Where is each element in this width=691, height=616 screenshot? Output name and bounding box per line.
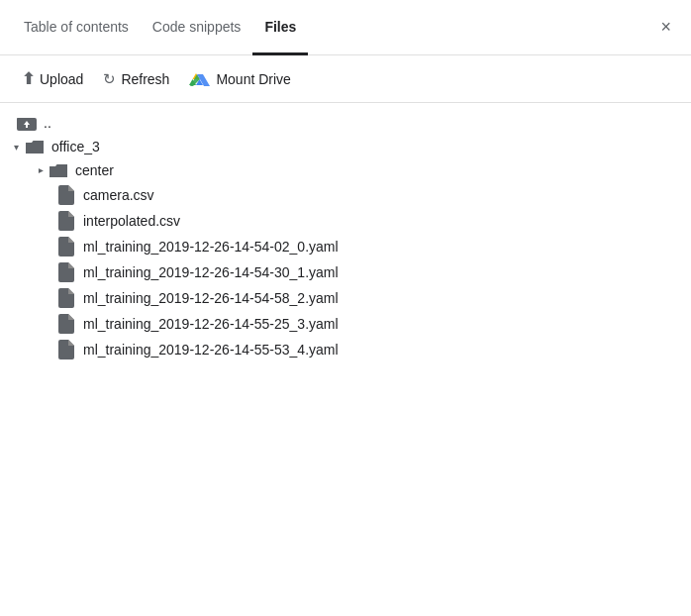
file-name: camera.csv [83,187,154,203]
file-item[interactable]: camera.csv [0,182,691,208]
close-button[interactable]: × [652,13,679,42]
refresh-button[interactable]: ↻ Refresh [97,66,175,92]
file-icon [55,288,77,308]
file-icon [55,262,77,282]
upload-button[interactable]: ⬆ Upload [16,65,89,92]
folder-office3-label: office_3 [51,139,100,154]
tab-code-snippets[interactable]: Code snippets [141,1,253,55]
tab-table-of-contents[interactable]: Table of contents [12,1,141,55]
chevron-office3: ▾ [8,139,24,154]
toolbar: ⬆ Upload ↻ Refresh Mount Drive [0,55,691,103]
file-icon [55,185,77,205]
file-item[interactable]: ml_training_2019-12-26-14-54-02_0.yaml [0,234,691,259]
folder-center[interactable]: ▾ center [0,158,691,182]
file-icon [55,237,77,257]
file-name: interpolated.csv [83,213,180,229]
folder-icon-office3 [24,138,46,155]
chevron-center: ▾ [32,162,48,178]
upload-icon: ⬆ [22,69,35,88]
file-tree: .. ▾ office_3 ▾ center camera.csv interp… [0,103,691,370]
svg-rect-11 [49,167,67,177]
mount-drive-button[interactable]: Mount Drive [183,63,296,94]
file-name: ml_training_2019-12-26-14-55-25_3.yaml [83,316,339,332]
tab-files[interactable]: Files [252,1,308,55]
folder-icon-center [48,161,69,179]
file-item[interactable]: ml_training_2019-12-26-14-54-30_1.yaml [0,259,691,285]
file-icon [55,314,77,334]
file-icon [55,340,77,359]
file-list: camera.csv interpolated.csv ml_training_… [0,182,691,362]
drive-icon [189,67,211,90]
file-name: ml_training_2019-12-26-14-54-58_2.yaml [83,290,339,306]
refresh-icon: ↻ [103,70,116,88]
file-icon [55,211,77,231]
file-item[interactable]: ml_training_2019-12-26-14-54-58_2.yaml [0,285,691,311]
svg-rect-10 [26,144,44,154]
file-item[interactable]: ml_training_2019-12-26-14-55-25_3.yaml [0,311,691,337]
tab-bar: Table of contents Code snippets Files × [0,0,691,55]
svg-rect-7 [17,118,25,121]
file-name: ml_training_2019-12-26-14-54-30_1.yaml [83,264,339,280]
file-item[interactable]: ml_training_2019-12-26-14-55-53_4.yaml [0,337,691,362]
folder-office3[interactable]: ▾ office_3 [0,135,691,158]
up-dir-item[interactable]: .. [0,111,691,135]
svg-rect-9 [26,125,28,128]
file-name: ml_training_2019-12-26-14-55-53_4.yaml [83,342,339,358]
up-folder-icon [16,114,38,132]
file-item[interactable]: interpolated.csv [0,208,691,234]
file-name: ml_training_2019-12-26-14-54-02_0.yaml [83,239,339,255]
up-dir-label: .. [44,115,51,131]
folder-center-label: center [75,162,114,178]
